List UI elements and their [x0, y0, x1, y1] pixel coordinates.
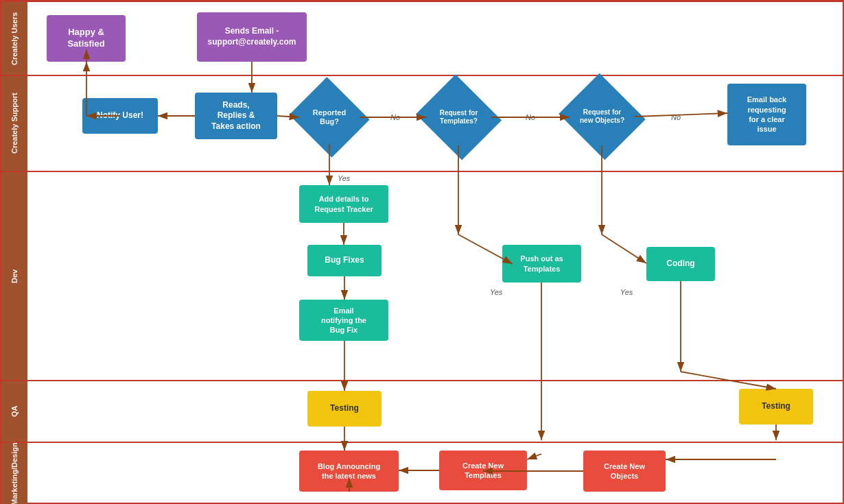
- node-email-notifying: Emailnotifying theBug Fix: [299, 300, 388, 341]
- label-yes-3: Yes: [620, 288, 633, 296]
- lane-qa-content: [27, 381, 843, 442]
- node-add-details: Add details toRequest Tracker: [299, 185, 388, 223]
- node-create-templates: Create NewTemplates: [439, 451, 527, 490]
- node-coding: Coding: [646, 247, 715, 281]
- lane-users-label: Creately Users: [1, 2, 27, 75]
- node-sends-email: Sends Email -support@creately.com: [197, 12, 307, 62]
- lane-qa: QA: [1, 381, 843, 442]
- label-no-1: No: [390, 113, 400, 121]
- lane-marketing-label: Marketing/Design: [1, 443, 27, 504]
- node-blog: Blog Announcingthe latest news: [299, 451, 399, 492]
- label-yes-1: Yes: [338, 174, 350, 182]
- node-bug-fixes: Bug Fixes: [307, 245, 382, 276]
- lane-marketing-content: [27, 443, 843, 504]
- node-create-objects: Create NewObjects: [583, 451, 666, 492]
- lane-dev-content: [27, 172, 843, 380]
- node-reads-replies: Reads,Replies &Takes action: [195, 93, 277, 139]
- node-push-templates: Push out asTemplates: [502, 245, 581, 283]
- lane-dev-label: Dev: [1, 172, 27, 380]
- node-testing-right: Testing: [739, 389, 813, 424]
- lane-marketing: Marketing/Design: [1, 442, 843, 504]
- node-email-back: Email backrequestingfor a clearissue: [727, 84, 806, 145]
- label-yes-2: Yes: [490, 288, 502, 296]
- lane-users: Creately Users: [1, 1, 843, 75]
- diagram-container: Creately Users Creately Support Dev QA M…: [0, 0, 844, 504]
- lane-users-content: [27, 2, 843, 75]
- node-testing-left: Testing: [307, 391, 382, 427]
- label-no-3: No: [671, 113, 681, 121]
- lane-qa-label: QA: [1, 381, 27, 442]
- node-happy-satisfied: Happy & Satisfied: [47, 15, 126, 62]
- label-no-2: No: [526, 113, 535, 121]
- lane-support-label: Creately Support: [1, 76, 27, 171]
- lane-dev: Dev: [1, 171, 843, 381]
- node-notify-user: Notify User!: [82, 98, 158, 134]
